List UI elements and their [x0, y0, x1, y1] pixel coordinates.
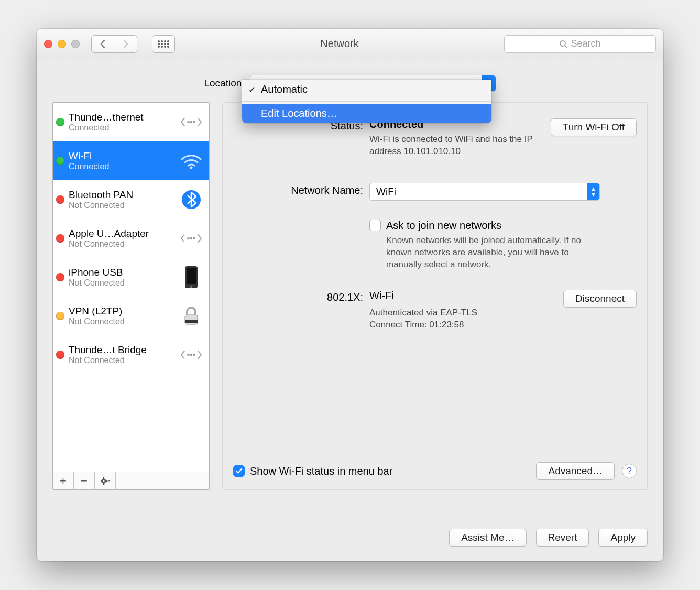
network-name-label: Network Name: [233, 183, 369, 201]
show-status-checkbox[interactable] [233, 465, 245, 477]
add-service-button[interactable]: + [53, 472, 74, 489]
content: Location: Thunde…thernetConnectedWi-FiCo… [37, 59, 663, 514]
svg-line-13 [565, 46, 567, 48]
ask-join-label: Ask to join new networks [386, 220, 501, 232]
svg-point-11 [167, 46, 169, 48]
ask-join-checkbox-row[interactable]: Ask to join new networks [369, 220, 637, 232]
svg-point-4 [158, 43, 160, 45]
service-status: Not Connected [69, 317, 180, 326]
service-item[interactable]: Bluetooth PANNot Connected [53, 180, 209, 219]
dot1x-auth: Authenticated via EAP-TLS [369, 307, 563, 319]
location-option-label: Automatic [261, 83, 308, 95]
svg-rect-26 [185, 320, 198, 323]
show-status-label: Show Wi-Fi status in menu bar [250, 465, 392, 477]
svg-point-19 [188, 238, 189, 239]
ethernet-icon [180, 227, 203, 250]
svg-point-21 [193, 238, 195, 239]
svg-point-6 [164, 43, 166, 45]
location-option-label: Edit Locations… [261, 107, 337, 119]
svg-point-24 [190, 286, 192, 288]
service-item[interactable]: Apple U…AdapterNot Connected [53, 219, 209, 258]
svg-point-1 [161, 40, 163, 42]
dropdown-separator [242, 101, 491, 102]
service-status: Not Connected [69, 278, 180, 288]
back-button[interactable] [91, 35, 114, 53]
gear-icon [101, 477, 110, 485]
advanced-button[interactable]: Advanced… [536, 462, 615, 480]
close-icon[interactable] [44, 40, 52, 48]
service-status: Connected [69, 123, 180, 133]
show-all-button[interactable] [152, 35, 175, 53]
sidebar-footer-spacer [116, 472, 209, 489]
search-placeholder: Search [571, 38, 600, 49]
status-desc: Wi-Fi is connected to WiFi and has the I… [369, 134, 551, 158]
service-list: Thunde…thernetConnectedWi-FiConnectedBlu… [53, 103, 209, 472]
service-status: Not Connected [69, 356, 180, 365]
nav-buttons [91, 35, 137, 53]
location-option-edit[interactable]: Edit Locations… [242, 104, 491, 123]
apply-button[interactable]: Apply [598, 529, 648, 547]
svg-point-28 [188, 354, 189, 356]
window-title: Network [180, 38, 499, 50]
turn-wifi-off-button[interactable]: Turn Wi-Fi Off [551, 118, 637, 136]
remove-service-button[interactable]: − [74, 472, 95, 489]
location-dropdown: ✓ Automatic Edit Locations… [242, 80, 491, 123]
service-name: Bluetooth PAN [69, 189, 180, 201]
service-item[interactable]: iPhone USBNot Connected [53, 258, 209, 297]
sidebar-footer: + − [53, 472, 209, 489]
revert-button[interactable]: Revert [536, 529, 589, 547]
service-item[interactable]: Thunde…t BridgeNot Connected [53, 335, 209, 374]
zoom-icon[interactable] [71, 40, 80, 48]
status-dot [56, 195, 64, 204]
search-icon [559, 40, 567, 48]
service-name: iPhone USB [69, 267, 180, 278]
disconnect-button[interactable]: Disconnect [563, 290, 637, 308]
svg-point-7 [167, 43, 169, 45]
check-icon [235, 468, 243, 474]
svg-point-20 [191, 238, 192, 239]
services-sidebar: Thunde…thernetConnectedWi-FiConnectedBlu… [52, 102, 210, 490]
ask-join-checkbox[interactable] [369, 220, 381, 231]
svg-point-12 [560, 41, 565, 46]
network-name-select[interactable]: WiFi ▲▼ [369, 183, 600, 201]
svg-point-30 [193, 354, 195, 356]
service-actions-button[interactable] [95, 472, 116, 489]
network-name-value: WiFi [376, 186, 396, 198]
service-item[interactable]: VPN (L2TP)Not Connected [53, 297, 209, 335]
service-status: Not Connected [69, 239, 180, 249]
minimize-icon[interactable] [58, 40, 66, 48]
service-name: Thunde…thernet [69, 112, 180, 123]
status-dot [56, 157, 64, 165]
service-name: VPN (L2TP) [69, 305, 180, 317]
bluetooth-icon [180, 188, 203, 211]
status-dot [56, 273, 64, 281]
service-item[interactable]: Wi-FiConnected [53, 141, 209, 180]
assist-me-button[interactable]: Assist Me… [449, 529, 526, 547]
forward-button[interactable] [114, 35, 137, 53]
service-status: Connected [69, 162, 180, 171]
svg-point-32 [103, 480, 104, 482]
chevron-updown-icon: ▲▼ [590, 186, 596, 198]
svg-point-2 [164, 40, 166, 42]
svg-point-8 [158, 46, 160, 48]
window-controls [44, 40, 80, 48]
help-button[interactable]: ? [622, 464, 637, 478]
location-option-automatic[interactable]: ✓ Automatic [242, 80, 491, 99]
svg-point-5 [161, 43, 163, 45]
service-name: Wi-Fi [69, 150, 180, 162]
ask-join-desc: Known networks will be joined automatica… [386, 235, 606, 271]
dot1x-value: Wi-Fi [369, 290, 563, 302]
svg-point-0 [158, 40, 160, 42]
status-dot [56, 118, 64, 126]
service-status: Not Connected [69, 201, 180, 210]
service-item[interactable]: Thunde…thernetConnected [53, 103, 209, 141]
service-name: Apple U…Adapter [69, 228, 180, 239]
grid-icon [157, 40, 170, 48]
show-status-row[interactable]: Show Wi-Fi status in menu bar [233, 465, 536, 477]
svg-rect-23 [187, 268, 196, 284]
ethernet-icon [180, 343, 203, 366]
svg-point-29 [191, 354, 192, 356]
dot1x-time: Connect Time: 01:23:58 [369, 319, 563, 331]
svg-point-10 [164, 46, 166, 48]
search-input[interactable]: Search [504, 35, 656, 53]
